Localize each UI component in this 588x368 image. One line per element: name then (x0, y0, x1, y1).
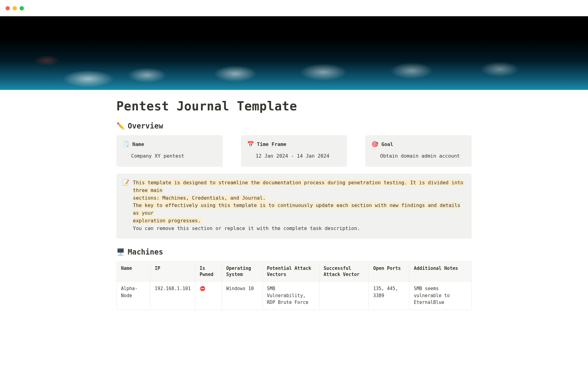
cover-image[interactable] (0, 16, 588, 90)
pencil-icon: ✏️ (116, 123, 125, 129)
col-pwned[interactable]: Is Pwned (195, 262, 222, 282)
card-time-label: Time Frame (257, 141, 286, 147)
cell-notes[interactable]: SMB seems vulnerable to EternalBlue (409, 282, 471, 310)
col-name[interactable]: Name (117, 262, 150, 282)
overview-callout[interactable]: 📝 This template is designed to streamlin… (116, 174, 472, 239)
cell-potential[interactable]: SMB Vulnerability, RDP Brute Force (262, 282, 319, 310)
overview-cards: 🗒️ Name Company XY pentest 📅 Time Frame … (116, 135, 472, 167)
calendar-icon: 📅 (247, 141, 254, 148)
memo-icon: 📝 (123, 179, 129, 232)
overview-heading[interactable]: ✏️ Overview (116, 122, 472, 130)
window-minimize-button[interactable] (13, 6, 17, 10)
card-name[interactable]: 🗒️ Name Company XY pentest (116, 135, 223, 167)
window-zoom-button[interactable] (20, 6, 24, 10)
table-header-row: Name IP Is Pwned Operating System Potent… (117, 262, 471, 282)
page-title[interactable]: Pentest Journal Template (116, 99, 472, 113)
callout-line2a: The key to effectively using this templa… (133, 202, 460, 216)
table-row[interactable]: Alpha-Node 192.168.1.101 ⛔ Windows 10 SM… (117, 282, 471, 310)
col-ports[interactable]: Open Ports (369, 262, 409, 282)
cell-ip[interactable]: 192.168.1.101 (150, 282, 195, 310)
col-notes[interactable]: Additional Notes (409, 262, 471, 282)
machines-table[interactable]: Name IP Is Pwned Operating System Potent… (116, 261, 472, 310)
col-os[interactable]: Operating System (222, 262, 262, 282)
callout-line1a: This template is designed to streamline … (133, 180, 463, 193)
machines-heading[interactable]: 🖥️ Machines (116, 248, 472, 256)
cell-pwned[interactable]: ⛔ (195, 282, 222, 310)
col-ip[interactable]: IP (150, 262, 195, 282)
cell-successful[interactable] (319, 282, 369, 310)
cell-os[interactable]: Windows 10 (222, 282, 262, 310)
col-potential[interactable]: Potential Attack Vectors (262, 262, 319, 282)
machines-heading-text: Machines (128, 248, 163, 256)
callout-line2b: exploration progresses. (133, 218, 201, 224)
card-goal-value[interactable]: Obtain domain admin account (371, 153, 465, 159)
card-name-value[interactable]: Company XY pentest (123, 153, 216, 159)
callout-line1b: sections: Machines, Credentials, and Jou… (133, 195, 266, 201)
card-time-value[interactable]: 12 Jan 2024 - 14 Jan 2024 (247, 153, 341, 159)
notepad-icon: 🗒️ (123, 141, 129, 148)
card-goal-label: Goal (381, 141, 393, 147)
callout-line3: You can remove this section or replace i… (133, 225, 360, 231)
page-content: Pentest Journal Template ✏️ Overview 🗒️ … (110, 90, 478, 322)
window-chrome (0, 0, 588, 16)
card-name-label: Name (132, 141, 144, 147)
card-time-frame[interactable]: 📅 Time Frame 12 Jan 2024 - 14 Jan 2024 (241, 135, 347, 167)
window-close-button[interactable] (6, 6, 10, 10)
cell-name[interactable]: Alpha-Node (117, 282, 150, 310)
callout-body[interactable]: This template is designed to streamline … (133, 179, 465, 232)
target-icon: 🎯 (371, 141, 378, 148)
cell-ports[interactable]: 135, 445, 3389 (369, 282, 409, 310)
overview-heading-text: Overview (128, 122, 163, 130)
card-goal[interactable]: 🎯 Goal Obtain domain admin account (365, 135, 472, 167)
monitor-icon: 🖥️ (116, 249, 125, 255)
col-successful[interactable]: Successful Attack Vector (319, 262, 369, 282)
